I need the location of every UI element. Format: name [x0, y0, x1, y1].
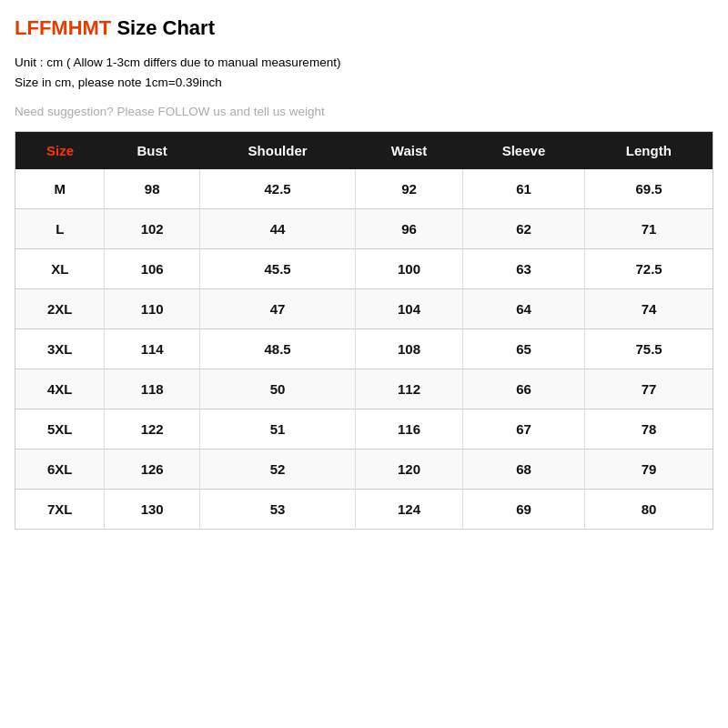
size-value: 53	[199, 490, 355, 530]
title-text: Size Chart	[111, 16, 215, 39]
col-header-sleeve: Sleeve	[462, 132, 585, 170]
size-value: 64	[462, 289, 585, 329]
size-value: 69	[462, 490, 585, 530]
size-value: 118	[105, 369, 199, 410]
size-value: 72.5	[585, 249, 713, 289]
col-header-length: Length	[585, 132, 713, 170]
info-line1: Unit : cm ( Allow 1-3cm differs due to m…	[15, 53, 713, 73]
table-row: 4XL118501126677	[15, 369, 713, 410]
size-value: 45.5	[199, 249, 355, 289]
size-value: 75.5	[585, 329, 713, 369]
table-row: 6XL126521206879	[15, 450, 713, 490]
size-value: 120	[356, 450, 462, 490]
size-value: 61	[462, 169, 585, 209]
size-value: 50	[199, 369, 355, 410]
page-container: LFFMHMT Size Chart Unit : cm ( Allow 1-3…	[0, 0, 728, 728]
size-value: 47	[199, 289, 355, 329]
suggestion-text: Need suggestion? Please FOLLOW us and te…	[15, 105, 713, 118]
size-value: 110	[105, 289, 199, 329]
size-value: 124	[356, 490, 462, 530]
table-body: M9842.5926169.5L10244966271XL10645.51006…	[15, 169, 713, 530]
table-row: XL10645.51006372.5	[15, 249, 713, 289]
size-value: 44	[199, 209, 355, 249]
size-label: 3XL	[15, 329, 105, 369]
table-row: 2XL110471046474	[15, 289, 713, 329]
size-value: 62	[462, 209, 585, 249]
page-title: LFFMHMT Size Chart	[15, 16, 713, 40]
size-value: 114	[105, 329, 199, 369]
size-value: 65	[462, 329, 585, 369]
table-row: 5XL122511166778	[15, 410, 713, 450]
size-label: 7XL	[15, 490, 105, 530]
size-value: 126	[105, 450, 199, 490]
table-row: 3XL11448.51086575.5	[15, 329, 713, 369]
size-value: 108	[356, 329, 462, 369]
size-value: 79	[585, 450, 713, 490]
col-header-bust: Bust	[105, 132, 199, 170]
table-header-row: SizeBustShoulderWaistSleeveLength	[15, 132, 713, 170]
info-block: Unit : cm ( Allow 1-3cm differs due to m…	[15, 53, 713, 118]
size-value: 122	[105, 410, 199, 450]
size-value: 104	[356, 289, 462, 329]
size-value: 96	[356, 209, 462, 249]
size-value: 71	[585, 209, 713, 249]
col-header-size: Size	[15, 132, 105, 170]
size-label: XL	[15, 249, 105, 289]
size-value: 92	[356, 169, 462, 209]
size-value: 116	[356, 410, 462, 450]
size-value: 130	[105, 490, 199, 530]
size-value: 48.5	[199, 329, 355, 369]
size-label: 6XL	[15, 450, 105, 490]
size-value: 74	[585, 289, 713, 329]
table-row: 7XL130531246980	[15, 490, 713, 530]
size-value: 68	[462, 450, 585, 490]
size-value: 42.5	[199, 169, 355, 209]
size-label: 4XL	[15, 369, 105, 410]
info-line2: Size in cm, please note 1cm=0.39inch	[15, 73, 713, 93]
size-label: M	[15, 169, 105, 209]
size-value: 80	[585, 490, 713, 530]
size-value: 63	[462, 249, 585, 289]
size-value: 52	[199, 450, 355, 490]
col-header-waist: Waist	[356, 132, 462, 170]
size-label: L	[15, 209, 105, 249]
size-value: 102	[105, 209, 199, 249]
size-value: 69.5	[585, 169, 713, 209]
size-value: 66	[462, 369, 585, 410]
brand-name: LFFMHMT	[15, 16, 111, 39]
size-label: 5XL	[15, 410, 105, 450]
size-value: 51	[199, 410, 355, 450]
size-value: 77	[585, 369, 713, 410]
size-value: 112	[356, 369, 462, 410]
size-value: 67	[462, 410, 585, 450]
size-value: 98	[105, 169, 199, 209]
size-chart-table: SizeBustShoulderWaistSleeveLength M9842.…	[15, 131, 713, 530]
size-value: 78	[585, 410, 713, 450]
col-header-shoulder: Shoulder	[199, 132, 355, 170]
size-label: 2XL	[15, 289, 105, 329]
table-row: M9842.5926169.5	[15, 169, 713, 209]
size-value: 106	[105, 249, 199, 289]
table-row: L10244966271	[15, 209, 713, 249]
size-value: 100	[356, 249, 462, 289]
